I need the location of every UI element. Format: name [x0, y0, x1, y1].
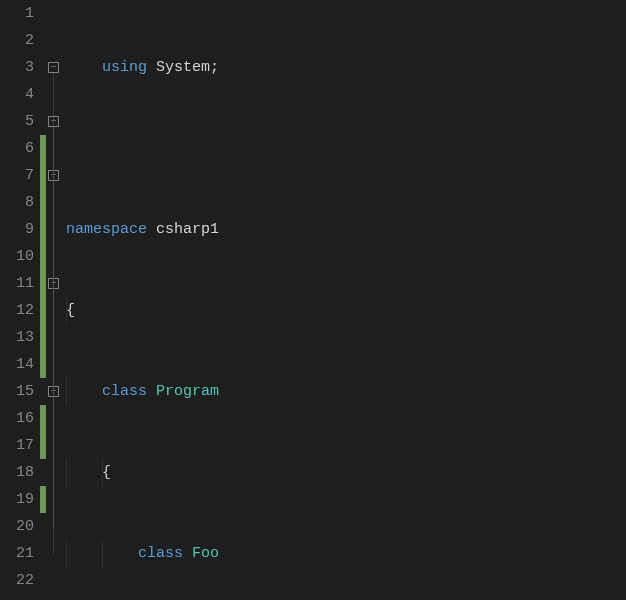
- line-number: 6: [0, 135, 34, 162]
- line-number: 12: [0, 297, 34, 324]
- line-number-gutter: 12345678910111213141516171819202122: [0, 0, 40, 600]
- line-number: 8: [0, 189, 34, 216]
- code-line: using System;: [66, 54, 417, 81]
- line-number: 2: [0, 27, 34, 54]
- line-number: 3: [0, 54, 34, 81]
- line-number: 10: [0, 243, 34, 270]
- brace: {: [102, 464, 111, 481]
- line-number: 22: [0, 567, 34, 594]
- line-number: 13: [0, 324, 34, 351]
- fold-column: [46, 0, 66, 600]
- line-number: 21: [0, 540, 34, 567]
- code-line: {: [66, 297, 417, 324]
- line-number: 7: [0, 162, 34, 189]
- line-number: 11: [0, 270, 34, 297]
- line-number: 4: [0, 81, 34, 108]
- line-number: 19: [0, 486, 34, 513]
- code-line: class Program: [66, 378, 417, 405]
- fold-toggle-icon[interactable]: [48, 62, 59, 73]
- code-area[interactable]: using System; namespace csharp1 { class …: [66, 0, 417, 600]
- line-number: 5: [0, 108, 34, 135]
- line-number: 18: [0, 459, 34, 486]
- type-name: Foo: [192, 545, 219, 562]
- line-number: 1: [0, 0, 34, 27]
- brace: {: [66, 302, 75, 319]
- keyword: class: [138, 545, 183, 562]
- keyword: namespace: [66, 221, 147, 238]
- identifier: System: [156, 59, 210, 76]
- line-number: 14: [0, 351, 34, 378]
- line-number: 17: [0, 432, 34, 459]
- code-line: {: [66, 459, 417, 486]
- code-line: namespace csharp1: [66, 216, 417, 243]
- keyword: using: [102, 59, 147, 76]
- line-number: 20: [0, 513, 34, 540]
- code-editor[interactable]: 12345678910111213141516171819202122 usin…: [0, 0, 626, 600]
- code-line: [66, 135, 417, 162]
- punctuation: ;: [210, 59, 219, 76]
- type-name: Program: [156, 383, 219, 400]
- line-number: 15: [0, 378, 34, 405]
- line-number: 16: [0, 405, 34, 432]
- keyword: class: [102, 383, 147, 400]
- line-number: 9: [0, 216, 34, 243]
- identifier: csharp1: [156, 221, 219, 238]
- code-line: class Foo: [66, 540, 417, 567]
